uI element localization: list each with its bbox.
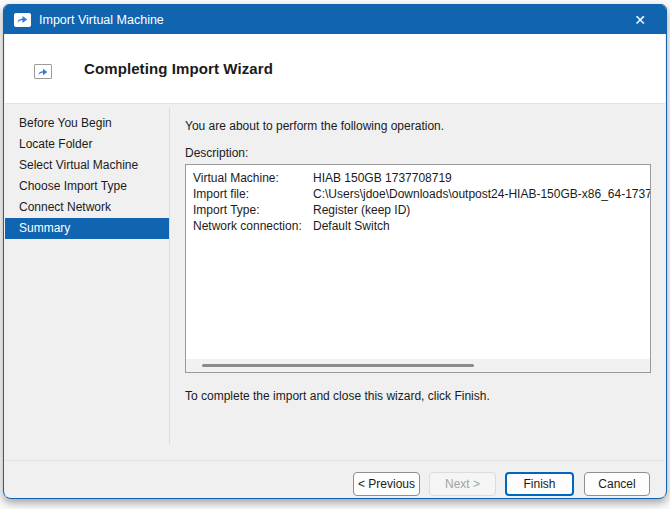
finish-instruction-text: To complete the import and close this wi… [185, 389, 490, 403]
sidebar-item-summary[interactable]: Summary [5, 218, 169, 239]
summary-row-label: Virtual Machine: [193, 170, 313, 186]
sidebar-item-locate-folder[interactable]: Locate Folder [5, 134, 169, 155]
previous-button[interactable]: < Previous [353, 472, 420, 496]
summary-row-value: Default Switch [313, 218, 390, 234]
sidebar-item-choose-import-type[interactable]: Choose Import Type [5, 176, 169, 197]
wizard-body: Before You BeginLocate FolderSelect Virt… [5, 105, 665, 497]
summary-row-value: HIAB 150GB 1737708719 [313, 170, 452, 186]
import-wizard-window: Import Virtual Machine ✕ Completing Impo… [3, 4, 667, 499]
summary-row-label: Import Type: [193, 202, 313, 218]
title-bar: Import Virtual Machine ✕ [4, 5, 666, 34]
operation-intro-text: You are about to perform the following o… [185, 119, 444, 133]
wizard-header: Completing Import Wizard [5, 34, 665, 104]
sidebar-item-before-you-begin[interactable]: Before You Begin [5, 113, 169, 134]
export-arrow-icon [37, 67, 49, 77]
summary-row-label: Import file: [193, 186, 313, 202]
wizard-steps: Before You BeginLocate FolderSelect Virt… [5, 113, 169, 239]
import-vm-app-icon [14, 13, 31, 27]
summary-row-value: Register (keep ID) [313, 202, 410, 218]
next-button[interactable]: Next > [429, 472, 496, 496]
summary-row: Import Type:Register (keep ID) [193, 202, 650, 218]
sidebar-item-connect-network[interactable]: Connect Network [5, 197, 169, 218]
button-bar: < Previous Next > Finish Cancel [5, 461, 665, 497]
page-title: Completing Import Wizard [84, 60, 273, 77]
description-label: Description: [185, 146, 248, 160]
summary-row-label: Network connection: [193, 218, 313, 234]
horizontal-scrollbar[interactable] [186, 359, 650, 372]
sidebar-divider [169, 108, 170, 444]
close-icon: ✕ [634, 12, 646, 28]
description-box[interactable]: Virtual Machine:HIAB 150GB 1737708719Imp… [185, 164, 651, 373]
window-title: Import Virtual Machine [39, 13, 624, 27]
summary-row-value: C:\Users\jdoe\Downloads\outpost24-HIAB-1… [313, 186, 651, 202]
summary-row: Import file:C:\Users\jdoe\Downloads\outp… [193, 186, 650, 202]
cancel-button[interactable]: Cancel [584, 472, 650, 496]
export-arrow-icon [16, 14, 29, 25]
finish-button[interactable]: Finish [505, 472, 574, 496]
summary-row: Virtual Machine:HIAB 150GB 1737708719 [193, 170, 650, 186]
summary-rows: Virtual Machine:HIAB 150GB 1737708719Imp… [193, 170, 650, 234]
close-button[interactable]: ✕ [624, 5, 656, 34]
summary-row: Network connection:Default Switch [193, 218, 650, 234]
sidebar-item-select-virtual-machine[interactable]: Select Virtual Machine [5, 155, 169, 176]
import-wizard-page-icon [34, 64, 52, 79]
horizontal-scrollbar-thumb[interactable] [202, 364, 474, 367]
